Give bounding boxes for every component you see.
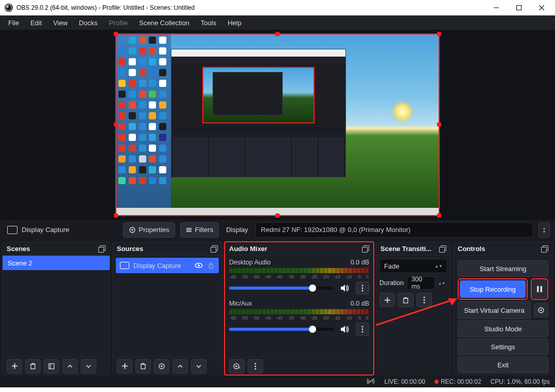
scene-item[interactable]: Scene 2	[3, 256, 110, 270]
audio-mixer-panel: Audio Mixer Desktop Audio0.0 dB -60-55-5…	[224, 242, 374, 375]
display-icon	[7, 226, 18, 234]
menu-edit[interactable]: Edit	[25, 17, 47, 29]
pause-recording-button[interactable]	[533, 280, 546, 298]
remove-scene-button[interactable]	[25, 359, 41, 373]
start-streaming-button[interactable]: Start Streaming	[458, 260, 548, 277]
channel-options-button[interactable]	[356, 323, 369, 336]
settings-button[interactable]: Settings	[458, 338, 548, 355]
svg-point-28	[161, 365, 163, 367]
obs-app-icon	[4, 3, 13, 12]
duration-input[interactable]: 300 ms	[407, 276, 435, 290]
source-properties-button[interactable]	[154, 359, 169, 373]
add-source-button[interactable]	[117, 359, 132, 373]
mute-button[interactable]	[338, 281, 352, 295]
popout-icon[interactable]	[211, 245, 218, 253]
studio-mode-button[interactable]: Studio Mode	[458, 320, 548, 337]
stop-recording-button[interactable]: Stop Recording	[460, 280, 526, 298]
svg-point-36	[362, 331, 363, 333]
menu-docks[interactable]: Docks	[74, 17, 102, 29]
scene-filters-button[interactable]	[44, 359, 59, 373]
remove-source-button[interactable]	[135, 359, 151, 373]
status-cpu: CPU: 1.0%, 60.00 fps	[491, 378, 550, 385]
mute-button[interactable]	[338, 323, 352, 336]
volume-slider[interactable]	[229, 328, 334, 331]
resize-handle[interactable]	[437, 213, 441, 218]
minimize-button[interactable]	[485, 0, 508, 15]
titlebar: OBS 29.0.2 (64-bit, windows) - Profile: …	[0, 0, 555, 15]
audio-mixer-header: Audio Mixer	[225, 242, 373, 256]
display-select[interactable]: Redmi 27 NF: 1920x1080 @ 0,0 (Primary Mo…	[255, 222, 533, 238]
svg-point-35	[362, 329, 363, 330]
channel-name: Desktop Audio	[229, 259, 271, 266]
maximize-button[interactable]	[508, 0, 530, 15]
menu-tools[interactable]: Tools	[196, 17, 221, 29]
resize-handle[interactable]	[114, 32, 118, 36]
source-toolbar: Display Capture Properties Filters Displ…	[0, 219, 555, 240]
menu-file[interactable]: File	[3, 17, 24, 29]
visibility-icon[interactable]	[194, 261, 203, 270]
exit-button[interactable]: Exit	[458, 357, 548, 373]
svg-point-49	[424, 302, 425, 304]
move-source-up-button[interactable]	[172, 359, 188, 373]
mixer-menu-button[interactable]	[248, 359, 263, 373]
menu-profile[interactable]: Profile	[103, 17, 133, 29]
speaker-icon	[340, 284, 350, 292]
add-scene-button[interactable]	[7, 359, 22, 373]
resize-handle[interactable]	[437, 32, 441, 36]
controls-panel: Controls Start Streaming Stop Recording …	[453, 242, 553, 375]
display-icon	[120, 262, 129, 269]
resize-handle[interactable]	[275, 213, 280, 218]
popout-icon[interactable]	[439, 245, 446, 253]
move-scene-up-button[interactable]	[62, 359, 78, 373]
scenes-header: Scenes	[3, 242, 110, 256]
transition-properties-button[interactable]	[417, 293, 432, 307]
scene-transitions-panel: Scene Transiti... Fade ▲▼ Duration 300 m…	[376, 242, 451, 375]
popout-icon[interactable]	[362, 245, 369, 253]
move-source-down-button[interactable]	[191, 359, 206, 373]
volume-meter	[229, 268, 369, 273]
resize-handle[interactable]	[114, 213, 118, 218]
svg-point-2	[6, 6, 8, 8]
gear-icon	[158, 363, 165, 370]
channel-options-button[interactable]	[356, 281, 369, 295]
resize-handle[interactable]	[114, 122, 118, 127]
preview-area[interactable]	[0, 30, 555, 219]
svg-point-8	[131, 229, 133, 231]
preview-canvas[interactable]	[115, 33, 440, 216]
popout-icon[interactable]	[98, 245, 106, 253]
svg-point-53	[540, 309, 542, 311]
close-button[interactable]	[530, 0, 553, 15]
mixer-advanced-button[interactable]	[229, 359, 245, 373]
lock-icon[interactable]	[207, 262, 215, 269]
svg-point-34	[362, 326, 363, 328]
record-dot-icon	[435, 380, 439, 384]
duration-stepper[interactable]: ▲▼	[438, 281, 447, 285]
channel-db: 0.0 dB	[351, 300, 369, 307]
svg-point-38	[235, 365, 237, 367]
volume-slider[interactable]	[229, 287, 334, 290]
sources-header: Sources	[113, 242, 222, 256]
svg-point-41	[255, 368, 256, 369]
gear-icon	[129, 226, 136, 234]
svg-rect-44	[404, 298, 408, 303]
filters-button[interactable]: Filters	[180, 222, 219, 238]
menu-scene-collection[interactable]: Scene Collection	[134, 17, 195, 29]
broadcast-icon	[367, 378, 375, 385]
menu-view[interactable]: View	[48, 17, 73, 29]
transition-select[interactable]: Fade ▲▼	[379, 259, 447, 273]
source-item[interactable]: Display Capture	[116, 258, 219, 273]
scenes-panel: Scenes Scene 2	[2, 242, 110, 375]
resize-handle[interactable]	[275, 32, 280, 36]
remove-transition-button[interactable]	[398, 293, 413, 307]
properties-button[interactable]: Properties	[123, 222, 175, 238]
popout-icon[interactable]	[541, 245, 548, 253]
virtual-camera-settings-button[interactable]	[534, 303, 548, 317]
move-scene-down-button[interactable]	[81, 359, 96, 373]
add-transition-button[interactable]	[379, 293, 395, 307]
display-select-arrows[interactable]: ▲▼	[539, 222, 550, 238]
selection-border	[115, 33, 440, 216]
resize-handle[interactable]	[437, 122, 441, 127]
menu-help[interactable]: Help	[222, 17, 247, 29]
start-virtual-camera-button[interactable]: Start Virtual Camera	[458, 301, 531, 319]
svg-marker-29	[341, 284, 345, 292]
